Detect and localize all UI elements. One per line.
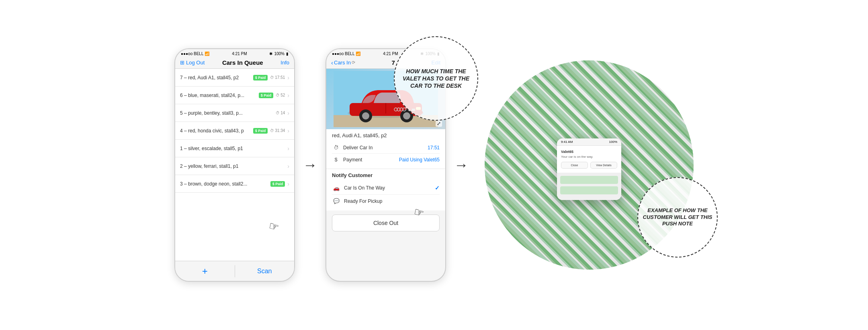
- badge-paid: $ Paid: [259, 93, 274, 98]
- deliver-time: 17:51: [428, 145, 440, 151]
- car-notify-icon: 🚗: [332, 185, 341, 191]
- bottom-callout: EXAMPLE OF HOW THE CUSTOMER WILL GET THI…: [637, 177, 718, 258]
- time-label: ⏱52: [276, 93, 285, 97]
- carrier-label-2: ●●●oo BELL: [332, 52, 354, 56]
- list-item[interactable]: 4 – red, honda civic, stall43, p $ Paid …: [175, 122, 294, 140]
- notif-body: Your car is on the way.: [561, 155, 617, 159]
- list-item-meta: $ Paid ›: [270, 181, 289, 187]
- nav-title-1: Cars In Queue: [222, 59, 263, 66]
- mock-list-item-2: [560, 186, 618, 194]
- chevron-icon: ›: [287, 128, 289, 134]
- list-item-text: 1 – silver, escalade, stall5, p1: [180, 146, 287, 151]
- nav-bar-1: ⊞ Log Out Cars In Queue Info: [175, 57, 294, 69]
- mock-battery: 100%: [609, 140, 617, 144]
- list-item-meta: $ Paid ⏱52 ›: [259, 92, 289, 99]
- time-label-2: 4:21 PM: [383, 52, 398, 56]
- notif-actions: Close View Details: [561, 162, 617, 169]
- loading-icon: ⟳: [352, 60, 355, 65]
- top-callout: HOW MUCH TIME THE VALET HAS TO GET THE C…: [394, 36, 478, 121]
- list-item-text: 5 – purple, bentley, stall3, p...: [180, 110, 276, 116]
- phone-mock-header: 9:41 AM 100%: [557, 138, 621, 146]
- badge-paid: $ Paid: [253, 128, 268, 134]
- notify-option-pickup[interactable]: 💬 Ready For Pickup: [332, 195, 440, 207]
- time-label: ⏱14: [276, 111, 285, 115]
- notification-card: Valet65 Your car is on the way. Close Vi…: [557, 146, 621, 173]
- bottom-callout-text: EXAMPLE OF HOW THE CUSTOMER WILL GET THI…: [638, 203, 717, 232]
- car-title-text: red, Audi A1, stall45, p2: [332, 132, 387, 138]
- car-details: red, Audi A1, stall45, p2 ⏱ Deliver Car …: [326, 129, 445, 169]
- notify-text-car: Car Is On The Way: [344, 185, 435, 191]
- notif-close-btn[interactable]: Close: [561, 162, 588, 169]
- mock-time: 9:41 AM: [561, 140, 573, 144]
- list-item-meta: $ Paid ⏱31:34 ›: [253, 128, 289, 134]
- car-list: 7 – red, Audi A1, stall45, p2 $ Paid ⏱17…: [175, 69, 294, 261]
- list-item-meta: $ Paid ⏱17:51 ›: [253, 74, 289, 81]
- time-label: ⏱17:51: [270, 75, 285, 80]
- plus-icon: +: [202, 266, 208, 277]
- badge-paid: $ Paid: [253, 75, 268, 80]
- chevron-icon: ›: [287, 163, 289, 169]
- main-container: ●●●oo BELL 📶 4:21 PM ✱ 100% ▮ ⊞ Log Out …: [0, 0, 868, 330]
- circle-container: 9:41 AM 100% Valet65 Your car is on the …: [485, 60, 694, 270]
- list-item-text: 6 – blue, maserati, stall24, p...: [180, 93, 259, 98]
- notify-option-car[interactable]: 🚗 Car Is On The Way ✓: [332, 182, 440, 195]
- nav-back-btn[interactable]: Cars In: [334, 60, 351, 66]
- arrow-2: →: [454, 157, 469, 173]
- time-label-1: 4:21 PM: [232, 52, 247, 56]
- arrow-1: →: [303, 157, 317, 173]
- deliver-label: Deliver Car In: [343, 145, 428, 151]
- carrier-label: ●●●oo BELL: [181, 52, 203, 56]
- scan-label: Scan: [257, 268, 272, 275]
- svg-point-7: [403, 112, 410, 120]
- list-item[interactable]: 7 – red, Audi A1, stall45, p2 $ Paid ⏱17…: [175, 69, 294, 87]
- close-out-button[interactable]: Close Out: [332, 214, 440, 231]
- chevron-icon: ›: [287, 145, 289, 152]
- payment-row: $ Payment Paid Using Valet65: [332, 154, 440, 165]
- chevron-icon: ›: [287, 181, 289, 187]
- list-item[interactable]: 1 – silver, escalade, stall5, p1 ›: [175, 140, 294, 157]
- bluetooth-icon: ✱: [269, 52, 272, 56]
- wifi-icon: 📶: [205, 52, 209, 56]
- status-left-2: ●●●oo BELL 📶: [332, 52, 360, 56]
- list-item-text: 7 – red, Audi A1, stall45, p2: [180, 75, 253, 80]
- notify-title: Notify Customer: [332, 172, 440, 178]
- add-button[interactable]: +: [175, 261, 235, 281]
- notif-title: Valet65: [561, 150, 617, 154]
- list-item-meta: ›: [287, 163, 289, 169]
- nav-logout-btn[interactable]: Log Out: [186, 60, 205, 66]
- clock-icon: ⏱: [332, 144, 340, 151]
- chevron-icon: ›: [287, 74, 289, 81]
- expand-icon[interactable]: ⤢: [436, 120, 442, 127]
- list-item-text: 4 – red, honda civic, stall43, p: [180, 128, 253, 134]
- list-item-meta: ›: [287, 145, 289, 152]
- mock-list-item-1: [560, 176, 618, 184]
- nav-icon-home: ⊞: [180, 60, 184, 66]
- chat-notify-icon: 💬: [332, 198, 341, 204]
- payment-label: Payment: [343, 157, 399, 163]
- wifi-icon-2: 📶: [356, 52, 360, 56]
- phone-mock: 9:41 AM 100% Valet65 Your car is on the …: [557, 138, 621, 200]
- list-item-text: 3 – brown, dodge neon, stall2...: [180, 181, 270, 187]
- car-title: red, Audi A1, stall45, p2: [332, 132, 440, 138]
- list-item[interactable]: 2 – yellow, ferrari, stall1, p1 ›: [175, 157, 294, 175]
- phone-mock-body: [557, 173, 621, 200]
- badge-paid: $ Paid: [270, 181, 285, 187]
- scan-button[interactable]: Scan: [235, 261, 295, 281]
- notify-text-pickup: Ready For Pickup: [344, 198, 440, 204]
- nav-info-btn[interactable]: Info: [280, 60, 289, 66]
- deliver-row: ⏱ Deliver Car In 17:51: [332, 142, 440, 154]
- list-item[interactable]: 6 – blue, maserati, stall24, p... $ Paid…: [175, 87, 294, 104]
- battery-label: 100%: [274, 52, 285, 56]
- svg-point-5: [362, 112, 369, 120]
- notify-check: ✓: [435, 185, 440, 191]
- time-label: ⏱31:34: [270, 128, 285, 133]
- status-right-1: ✱ 100% ▮: [269, 52, 289, 56]
- bottom-bar-1: + Scan: [175, 261, 294, 281]
- notif-view-btn[interactable]: View Details: [590, 162, 617, 169]
- payment-value: Paid Using Valet65: [399, 157, 440, 163]
- phone-1: ●●●oo BELL 📶 4:21 PM ✱ 100% ▮ ⊞ Log Out …: [174, 48, 295, 282]
- battery-icon: ▮: [286, 52, 289, 56]
- list-item[interactable]: 3 – brown, dodge neon, stall2... $ Paid …: [175, 175, 294, 193]
- dollar-icon: $: [332, 157, 340, 163]
- list-item[interactable]: 5 – purple, bentley, stall3, p... ⏱14 ›: [175, 104, 294, 122]
